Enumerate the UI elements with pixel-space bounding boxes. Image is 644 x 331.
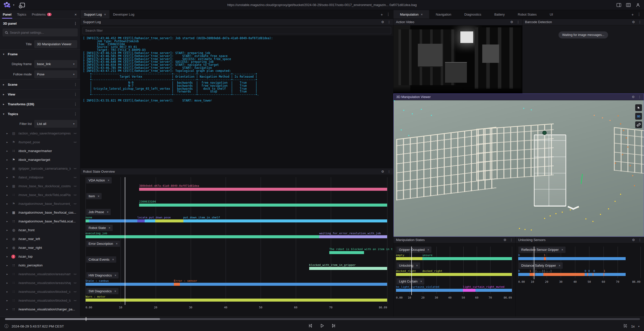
state-segment[interactable] (463, 289, 475, 292)
gear-icon[interactable]: ⚙ (510, 20, 513, 24)
chevron-right-icon[interactable]: ▸ (7, 220, 9, 223)
chevron-right-icon[interactable]: ▸ (7, 238, 9, 240)
info-icon[interactable]: ⓘ (5, 324, 9, 329)
series-chip[interactable]: Light Curtain× (397, 278, 424, 285)
kebab-icon[interactable]: ⋮ (510, 238, 513, 242)
kebab-icon[interactable]: ⋮ (638, 20, 641, 24)
measure-tool-button[interactable] (635, 121, 642, 128)
kebab-icon[interactable]: ⋮ (638, 238, 641, 242)
state-segment[interactable] (145, 219, 155, 222)
remove-series-icon[interactable]: × (427, 248, 429, 252)
remove-series-icon[interactable]: × (109, 226, 110, 230)
topic-row[interactable]: ▸∷/warehouse_visualization/blocked_lay..… (0, 296, 80, 305)
chart-playhead[interactable] (411, 247, 412, 295)
close-tab-icon[interactable]: × (421, 13, 423, 16)
section-scene[interactable]: ▸ Scene ⋮ (0, 79, 80, 89)
eye-off-icon[interactable] (73, 175, 77, 179)
state-segment[interactable] (155, 219, 183, 222)
chevron-right-icon[interactable]: ▸ (7, 299, 9, 302)
state-segment[interactable] (396, 273, 422, 276)
eye-off-icon[interactable] (73, 140, 77, 144)
state-segment[interactable] (593, 273, 604, 276)
state-segment[interactable] (174, 283, 180, 286)
eye-off-icon[interactable] (73, 167, 77, 170)
topic-row[interactable]: ▸∷/warehouse_visualization/chargers/na..… (0, 314, 80, 317)
chevron-right-icon[interactable]: ▸ (7, 246, 9, 249)
remove-series-icon[interactable]: × (107, 210, 108, 214)
topic-row[interactable]: ▸∷/soto_perception (0, 261, 80, 270)
add-tab-icon[interactable]: + (631, 12, 634, 17)
gear-icon[interactable]: ⚙ (632, 20, 635, 24)
topic-row[interactable]: ▸∷/dock_manager/marker (0, 147, 80, 155)
series-chip[interactable]: Distance Safety Gripper× (519, 262, 563, 269)
eye-off-icon[interactable] (73, 193, 77, 197)
topic-row[interactable]: ▸⚑/latest_initialpose (0, 173, 80, 182)
state-segment[interactable] (180, 283, 387, 286)
state-segment[interactable] (422, 273, 512, 276)
state-segment[interactable] (319, 235, 387, 238)
kebab-icon[interactable]: ⋮ (387, 20, 391, 24)
state-segment[interactable] (518, 257, 544, 260)
remove-series-icon[interactable]: × (108, 179, 109, 182)
chevron-down-icon[interactable]: ▾ (638, 325, 639, 328)
chart-playhead[interactable] (125, 177, 125, 305)
tab-manipulation[interactable]: Manipulation× (393, 10, 429, 19)
close-sidebar-icon[interactable]: × (71, 12, 80, 17)
filter-list-select[interactable]: List all ▾ (34, 120, 77, 128)
3d-scene-viewport[interactable]: 3D (394, 100, 644, 237)
search-panel-settings-input[interactable]: Search panel settings... (3, 28, 78, 36)
remove-series-icon[interactable]: × (559, 264, 560, 267)
scrubber-playhead[interactable] (86, 317, 86, 321)
section-frame[interactable]: ▾ Frame (0, 49, 80, 59)
state-segment[interactable] (86, 219, 89, 222)
remove-series-icon[interactable]: × (114, 290, 116, 293)
remove-series-icon[interactable]: × (116, 242, 118, 246)
eye-off-icon[interactable] (73, 290, 77, 294)
play-button[interactable] (319, 323, 325, 329)
tab-problems[interactable]: Problems1 (29, 10, 54, 19)
tab-diagnostics[interactable]: Diagnostics (458, 10, 488, 19)
series-chip[interactable]: Critical Events× (86, 256, 116, 263)
topic-row[interactable]: ▸▦/navigation/move_base_flex/local_cos..… (0, 208, 80, 217)
tab-support-log[interactable]: Support Log× (80, 10, 109, 19)
close-tab-icon[interactable]: × (104, 13, 106, 16)
topic-row[interactable]: ▸◎/scan_rear_left (0, 234, 80, 243)
state-segment[interactable] (396, 257, 422, 260)
topic-row[interactable]: ▸⚑/navigation/move_base_flex/current_... (0, 199, 80, 208)
remove-series-icon[interactable]: × (112, 258, 114, 261)
chevron-right-icon[interactable]: ▸ (7, 255, 9, 258)
remove-series-icon[interactable]: × (561, 248, 563, 252)
kebab-icon[interactable]: ⋮ (387, 170, 391, 173)
kebab-icon[interactable]: ⋮ (516, 20, 520, 24)
robot-state-timeline-chart[interactable]: VDA Action×380b9eb6-d47a-41a0-8049-0af07… (80, 175, 393, 317)
remove-series-icon[interactable]: × (98, 195, 99, 198)
topic-row[interactable]: ▸⚑/dock_manager/target (0, 155, 80, 164)
remove-series-icon[interactable]: × (420, 280, 422, 283)
topic-row[interactable]: ▸∷/move_base_flex_dock/TebLocalPlan... (0, 191, 80, 199)
state-segment[interactable] (309, 267, 387, 270)
eye-off-icon[interactable] (73, 299, 77, 302)
topic-row[interactable]: ▸!/scan_top (0, 252, 80, 261)
chevron-right-icon[interactable]: ▸ (7, 273, 9, 275)
gear-icon[interactable]: ⚙ (503, 238, 506, 242)
chevron-right-icon[interactable]: ▸ (7, 194, 9, 196)
tab-panel[interactable]: Panel (0, 10, 14, 19)
eye-off-icon[interactable] (73, 131, 77, 135)
chevron-right-icon[interactable]: ▸ (7, 158, 9, 161)
tab-topics[interactable]: Topics (14, 10, 29, 19)
remove-series-icon[interactable]: × (416, 264, 418, 267)
state-segment[interactable] (89, 219, 137, 222)
tab-robot-states[interactable]: Robot States (511, 10, 543, 19)
user-account-icon[interactable] (635, 3, 640, 8)
kebab-icon[interactable]: ⋮ (74, 112, 77, 116)
chevron-right-icon[interactable]: ▸ (7, 150, 9, 152)
chevron-right-icon[interactable]: ▸ (7, 167, 9, 170)
display-frame-select[interactable]: base_link ▾ (34, 60, 77, 68)
state-segment[interactable] (543, 273, 584, 276)
eye-off-icon[interactable] (73, 202, 77, 206)
topic-row[interactable]: ▸◎/scan_front (0, 226, 80, 234)
kebab-icon[interactable]: ⋮ (386, 12, 390, 17)
topic-row[interactable]: ▸∷/warehouse_visualization/areas/names (0, 270, 80, 278)
select-tool-button[interactable] (635, 104, 642, 111)
chevron-right-icon[interactable]: ▸ (7, 176, 9, 179)
